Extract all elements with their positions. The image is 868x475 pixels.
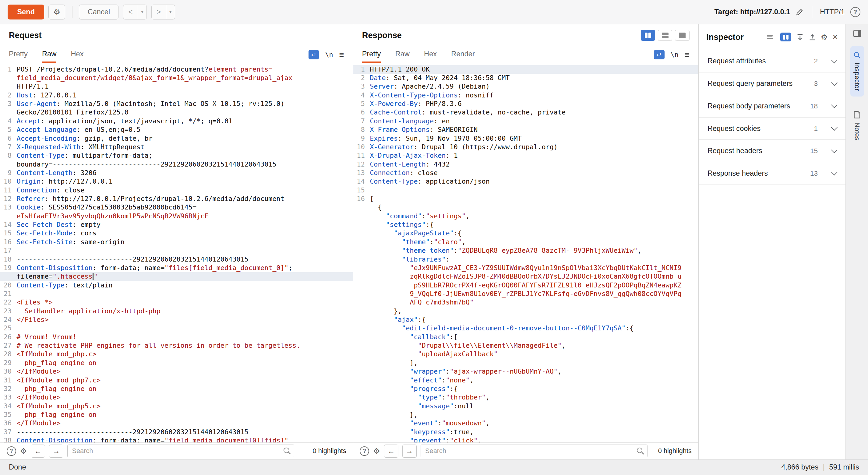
code-line[interactable]: "edit-field-media-document-0-remove-butt… — [353, 324, 699, 332]
code-line[interactable]: 12Referer: http://127.0.0.1/Projects/dru… — [0, 195, 353, 203]
code-line[interactable]: 1HTTP/1.1 200 OK — [353, 65, 699, 74]
expand-all-button[interactable] — [797, 33, 804, 41]
side-tab-inspector[interactable]: Inspector — [850, 46, 864, 97]
code-line[interactable]: 16Sec-Fetch-Site: same-origin — [0, 238, 353, 246]
code-line[interactable]: "event":"mousedown", — [353, 419, 699, 428]
code-line[interactable]: 1POST /Projects/drupal-10.2.6/media/add/… — [0, 65, 353, 74]
code-line[interactable]: 2Date: Sat, 04 May 2024 18:36:58 GMT — [353, 74, 699, 82]
forward-history-dropdown[interactable]: ▾ — [166, 5, 175, 20]
code-line[interactable]: "eJx9UNFuwzAI_CE3-YZ9SUUIWdmw8Qyu1n19nSp… — [353, 264, 699, 272]
code-line[interactable]: 3Server: Apache/2.4.59 (Debian) — [353, 82, 699, 91]
code-line[interactable]: 6Accept-Encoding: gzip, deflate, br — [0, 134, 353, 143]
show-newlines-icon[interactable]: \n — [671, 51, 679, 59]
code-line[interactable]: "wrapper":"ajax-wrapper--nUGbUMnY-AQ", — [353, 367, 699, 376]
code-line[interactable]: 15 — [353, 186, 699, 195]
tab-raw[interactable]: Raw — [42, 46, 56, 63]
code-line[interactable]: field_media_document/widget/0&ajax_form=… — [0, 74, 353, 82]
code-line[interactable]: "command":"settings", — [353, 212, 699, 220]
tab-pretty[interactable]: Pretty — [362, 46, 381, 63]
code-line[interactable]: "type":"throbber", — [353, 393, 699, 402]
code-line[interactable]: zqRlkgDdlcFWZoISJP8-ZM40dBBQoOrbX7DYsLJ2… — [353, 272, 699, 281]
search-help-icon[interactable]: ? — [360, 446, 369, 456]
code-line[interactable]: "Drupal\\file\\Element\\ManagedFile", — [353, 341, 699, 350]
request-search-input[interactable] — [67, 445, 294, 457]
code-line[interactable]: 10Origin: http://127.0.0.1 — [0, 177, 353, 186]
code-line[interactable]: 23 SetHandler application/x-httpd-php — [0, 307, 353, 315]
tab-raw[interactable]: Raw — [395, 46, 410, 63]
search-help-icon[interactable]: ? — [7, 446, 16, 456]
layout-single-button[interactable] — [675, 30, 689, 41]
code-line[interactable]: 9_VQqLf0-JjUEwn8U1ov0EY_rZPBLJ1Yc7KLFsfq… — [353, 290, 699, 298]
http-version-label[interactable]: HTTP/1 — [820, 8, 844, 16]
code-line[interactable]: 17 — [0, 246, 353, 255]
inspector-section-request-cookies[interactable]: Request cookies1 — [699, 118, 845, 140]
code-line[interactable]: 22<Files *> — [0, 298, 353, 307]
code-line[interactable]: 9Expires: Sun, 19 Nov 1978 05:00:00 GMT — [353, 134, 699, 143]
code-line[interactable]: 3User-Agent: Mozilla/5.0 (Macintosh; Int… — [0, 100, 353, 108]
code-line[interactable]: 36</IfModule> — [0, 419, 353, 428]
code-line[interactable]: 15Sec-Fetch-Mode: cors — [0, 229, 353, 238]
code-line[interactable]: }, — [353, 307, 699, 315]
inspector-section-response-headers[interactable]: Response headers13 — [699, 162, 845, 185]
code-line[interactable]: 12Content-Length: 4432 — [353, 160, 699, 169]
code-line[interactable]: 13Connection: close — [353, 169, 699, 177]
send-settings-button[interactable]: ⚙ — [49, 5, 65, 20]
code-line[interactable]: "message":null — [353, 402, 699, 410]
code-line[interactable]: 4Accept: application/json, text/javascri… — [0, 117, 353, 125]
tab-pretty[interactable]: Pretty — [9, 46, 28, 63]
inspector-section-request-body-parameters[interactable]: Request body parameters18 — [699, 95, 845, 118]
inspector-columns-layout-button[interactable] — [780, 33, 791, 41]
layout-rows-button[interactable] — [658, 30, 672, 41]
inspector-section-request-query-parameters[interactable]: Request query parameters3 — [699, 72, 845, 95]
code-line[interactable]: "theme":"claro", — [353, 238, 699, 246]
code-line[interactable]: "ajax":{ — [353, 315, 699, 324]
code-line[interactable]: 11Connection: close — [0, 186, 353, 195]
tab-render[interactable]: Render — [451, 46, 474, 63]
code-line[interactable]: 11X-Drupal-Ajax-Token: 1 — [353, 151, 699, 160]
code-line[interactable]: 16[ — [353, 195, 699, 203]
editor-menu-icon[interactable]: ≡ — [685, 50, 689, 60]
code-line[interactable]: _pS9HLbR7ROcrPX4f-eqKGrOQ00FAFYFsR7IFZL9… — [353, 281, 699, 290]
code-line[interactable]: 20Content-Type: text/plain — [0, 281, 353, 290]
code-line[interactable]: 4X-Content-Type-Options: nosniff — [353, 91, 699, 100]
cancel-button[interactable]: Cancel — [79, 5, 119, 20]
inspector-section-request-attributes[interactable]: Request attributes2 — [699, 50, 845, 73]
code-line[interactable]: 8X-Frame-Options: SAMEORIGIN — [353, 125, 699, 134]
inspector-settings-icon[interactable]: ⚙ — [821, 33, 828, 42]
inspector-rows-layout-button[interactable] — [764, 33, 775, 41]
code-line[interactable]: 5Accept-Language: en-US,en;q=0.5 — [0, 125, 353, 134]
code-line[interactable]: 33</IfModule> — [0, 393, 353, 402]
show-newlines-icon[interactable]: \n — [325, 51, 333, 59]
response-editor[interactable]: 1HTTP/1.1 200 OK2Date: Sat, 04 May 2024 … — [353, 63, 699, 442]
search-next-button[interactable]: → — [49, 445, 63, 458]
code-line[interactable]: eIsHfaaETVr3av95yvbqQhzn0kom1P5wPcNSqB2V… — [0, 212, 353, 220]
tab-hex[interactable]: Hex — [71, 46, 84, 63]
code-line[interactable]: 7X-Requested-With: XMLHttpRequest — [0, 143, 353, 151]
code-line[interactable]: boundary=---------------------------2921… — [0, 160, 353, 169]
code-line[interactable]: 14Content-Type: application/json — [353, 177, 699, 186]
back-history-dropdown[interactable]: ▾ — [138, 5, 147, 20]
inspector-section-request-headers[interactable]: Request headers15 — [699, 140, 845, 162]
code-line[interactable]: 30</IfModule> — [0, 367, 353, 376]
code-line[interactable]: 6Cache-Control: must-revalidate, no-cach… — [353, 108, 699, 117]
code-line[interactable]: 21 — [0, 290, 353, 298]
code-line[interactable]: 13Cookie: SESS05d4275ca1538832b5ab92000b… — [0, 203, 353, 212]
code-line[interactable]: 28<IfModule mod_php.c> — [0, 350, 353, 358]
search-settings-icon[interactable]: ⚙ — [20, 446, 27, 455]
code-line[interactable]: "settings":{ — [353, 220, 699, 229]
response-search-input[interactable] — [421, 445, 648, 457]
code-line[interactable]: 24</Files> — [0, 315, 353, 324]
search-previous-button[interactable]: ← — [384, 445, 398, 458]
tab-hex[interactable]: Hex — [424, 46, 437, 63]
code-line[interactable]: 7Content-language: en — [353, 117, 699, 125]
code-line[interactable]: 25 — [0, 324, 353, 332]
word-wrap-icon[interactable]: ↵ — [309, 50, 319, 59]
word-wrap-icon[interactable]: ↵ — [654, 50, 664, 59]
code-line[interactable]: "keypress":true, — [353, 428, 699, 436]
code-line[interactable]: AFQ_c7md3shm7bQ" — [353, 298, 699, 307]
code-line[interactable]: HTTP/1.1 — [0, 82, 353, 91]
search-settings-icon[interactable]: ⚙ — [373, 446, 380, 455]
code-line[interactable]: 18-----------------------------292129206… — [0, 255, 353, 264]
code-line[interactable]: 27# We reactivate PHP engines for all ve… — [0, 341, 353, 350]
code-line[interactable]: 29 php_flag engine on — [0, 359, 353, 367]
